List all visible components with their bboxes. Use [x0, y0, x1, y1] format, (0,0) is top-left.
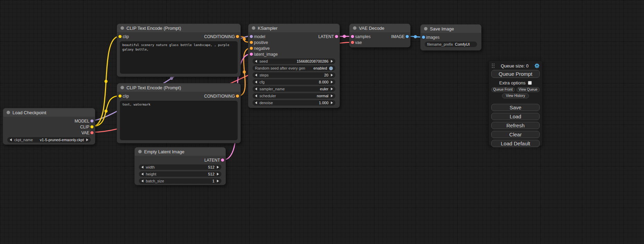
- node-graph-canvas[interactable]: Load Checkpoint MODEL CLIP VAE ckpt_name…: [0, 0, 644, 244]
- widget-batch-size[interactable]: batch_size 1: [139, 178, 221, 184]
- node-title-bar[interactable]: VAE Decode: [350, 24, 410, 32]
- input-dot-samples[interactable]: [351, 35, 354, 38]
- widget-label: sampler_name: [259, 87, 285, 91]
- link-midpoint-dot: [343, 35, 346, 38]
- node-empty-latent-image[interactable]: Empty Latent Image LATENT width 512 heig…: [134, 147, 226, 185]
- node-save-image[interactable]: Save Image images filename_prefix ComfyU…: [420, 24, 482, 51]
- decrement-arrow-icon[interactable]: [255, 74, 257, 76]
- refresh-button[interactable]: Refresh: [491, 122, 540, 129]
- widget-steps[interactable]: steps 20: [253, 72, 335, 78]
- widget-label: filename_prefix: [427, 42, 453, 46]
- input-dot-clip[interactable]: [118, 35, 122, 38]
- queue-prompt-button[interactable]: Queue Prompt: [491, 70, 540, 78]
- increment-arrow-icon[interactable]: [217, 166, 219, 169]
- input-dot-negative[interactable]: [250, 47, 253, 50]
- node-vae-decode[interactable]: VAE Decode samples IMAGE vae: [349, 24, 411, 47]
- decrement-arrow-icon[interactable]: [255, 60, 257, 63]
- input-dot-model[interactable]: [250, 35, 253, 38]
- increment-arrow-icon[interactable]: [331, 81, 333, 83]
- prompt-textarea[interactable]: beautiful scenery nature glass bottle la…: [120, 41, 238, 74]
- view-queue-button[interactable]: View Queue: [517, 87, 540, 92]
- increment-arrow-icon[interactable]: [331, 94, 333, 97]
- node-title-bar[interactable]: Save Image: [421, 25, 481, 33]
- widget-scheduler[interactable]: scheduler normal: [253, 93, 335, 99]
- output-dot-latent[interactable]: [335, 35, 338, 38]
- output-dot-vae[interactable]: [90, 131, 94, 134]
- input-dot-vae[interactable]: [351, 41, 354, 44]
- increment-arrow-icon[interactable]: [331, 101, 333, 104]
- widget-random-seed-toggle[interactable]: Random seed after every gen enabled: [253, 65, 335, 71]
- widget-sampler-name[interactable]: sampler_name euler: [253, 86, 335, 92]
- decrement-arrow-icon[interactable]: [255, 88, 257, 90]
- widget-height[interactable]: height 512: [139, 171, 221, 177]
- node-clip-text-encode-positive[interactable]: CLIP Text Encode (Prompt) clip CONDITION…: [117, 24, 241, 77]
- node-title-bar[interactable]: KSampler: [248, 24, 339, 32]
- node-title-bar[interactable]: Empty Latent Image: [135, 147, 226, 156]
- save-button[interactable]: Save: [491, 104, 540, 111]
- widget-filename-prefix[interactable]: filename_prefix ComfyUI: [425, 42, 477, 47]
- widget-value: enabled: [314, 66, 327, 70]
- node-clip-text-encode-negative[interactable]: CLIP Text Encode (Prompt) clip CONDITION…: [117, 83, 241, 143]
- output-dot-conditioning[interactable]: [236, 94, 239, 98]
- collapse-dot-icon[interactable]: [353, 26, 356, 30]
- input-dot-latent-image[interactable]: [250, 53, 253, 56]
- node-title-bar[interactable]: CLIP Text Encode (Prompt): [117, 24, 240, 32]
- view-history-button[interactable]: View History: [502, 93, 529, 98]
- widget-denoise[interactable]: denoise 1.000: [253, 100, 335, 106]
- output-slot-vae: VAE: [3, 130, 95, 136]
- decrement-arrow-icon[interactable]: [141, 166, 143, 169]
- extra-options-checkbox[interactable]: [528, 81, 532, 85]
- decrement-arrow-icon[interactable]: [255, 101, 257, 104]
- node-title-bar[interactable]: Load Checkpoint: [3, 108, 95, 117]
- input-dot-clip[interactable]: [118, 94, 122, 98]
- load-button[interactable]: Load: [491, 113, 540, 120]
- widget-cfg[interactable]: cfg 8.000: [253, 79, 335, 85]
- collapse-dot-icon[interactable]: [121, 86, 124, 89]
- widget-seed[interactable]: seed 156680208700286: [253, 58, 335, 64]
- increment-arrow-icon[interactable]: [331, 60, 333, 63]
- drag-handle-icon[interactable]: [491, 63, 495, 69]
- collapse-dot-icon[interactable]: [424, 27, 427, 30]
- decrement-arrow-icon[interactable]: [255, 81, 257, 83]
- decrement-arrow-icon[interactable]: [10, 138, 12, 141]
- node-ksampler[interactable]: KSampler model LATENT positive negative …: [248, 24, 340, 108]
- queue-front-button[interactable]: Queue Front: [491, 87, 515, 92]
- slot-label: images: [426, 35, 440, 40]
- slot-label: IMAGE: [391, 34, 405, 39]
- output-dot-clip[interactable]: [90, 125, 94, 128]
- increment-arrow-icon[interactable]: [331, 74, 333, 76]
- increment-arrow-icon[interactable]: [217, 180, 219, 182]
- decrement-arrow-icon[interactable]: [141, 180, 143, 182]
- decrement-arrow-icon[interactable]: [141, 173, 143, 175]
- link-midpoint-dot: [243, 71, 246, 74]
- load-default-button[interactable]: Load Default: [491, 140, 540, 147]
- decrement-arrow-icon[interactable]: [255, 94, 257, 97]
- clear-button[interactable]: Clear: [491, 131, 540, 138]
- input-dot-positive[interactable]: [250, 41, 253, 44]
- slot-row: clip CONDITIONING: [117, 34, 240, 39]
- output-dot-conditioning[interactable]: [236, 35, 239, 38]
- output-dot-latent[interactable]: [221, 159, 224, 162]
- output-dot-image[interactable]: [406, 35, 409, 38]
- increment-arrow-icon[interactable]: [86, 138, 88, 141]
- toggle-knob-icon[interactable]: [329, 66, 333, 70]
- output-slot-model: MODEL: [3, 118, 95, 124]
- collapse-dot-icon[interactable]: [121, 26, 124, 30]
- prompt-textarea[interactable]: text, watermark: [120, 101, 238, 140]
- increment-arrow-icon[interactable]: [217, 173, 219, 175]
- collapse-dot-icon[interactable]: [252, 26, 255, 30]
- collapse-dot-icon[interactable]: [138, 150, 142, 153]
- increment-arrow-icon[interactable]: [331, 88, 333, 90]
- widget-ckpt-name[interactable]: ckpt_name v1-5-pruned-emaonly.ckpt: [7, 137, 91, 143]
- node-title: Save Image: [430, 26, 454, 31]
- input-dot-images[interactable]: [422, 36, 425, 39]
- node-title: KSampler: [258, 26, 277, 31]
- node-load-checkpoint[interactable]: Load Checkpoint MODEL CLIP VAE ckpt_name…: [3, 108, 95, 145]
- widget-label: scheduler: [259, 94, 276, 98]
- widget-width[interactable]: width 512: [139, 164, 221, 170]
- collapse-dot-icon[interactable]: [7, 111, 10, 114]
- widget-value: 1: [212, 179, 214, 183]
- node-title-bar[interactable]: CLIP Text Encode (Prompt): [117, 83, 240, 92]
- output-dot-model[interactable]: [90, 119, 94, 123]
- settings-gear-icon[interactable]: [534, 63, 540, 69]
